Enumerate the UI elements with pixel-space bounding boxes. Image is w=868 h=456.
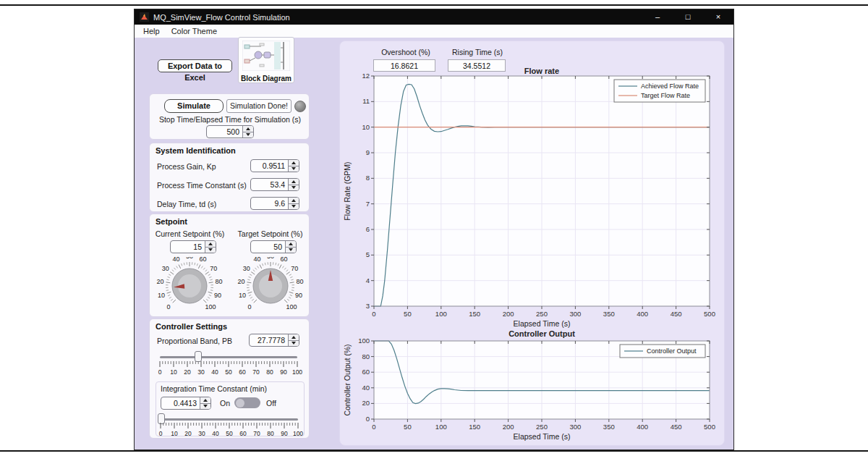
- minimize-button[interactable]: –: [642, 9, 673, 25]
- spinner-down-button[interactable]: [286, 248, 296, 253]
- proportional-band-value[interactable]: 27.7778: [250, 334, 288, 346]
- rising-time-label: Rising Time (s): [441, 48, 514, 56]
- process-gain-value[interactable]: 0.9511: [251, 160, 288, 172]
- current-setpoint-value[interactable]: 15: [171, 241, 205, 253]
- svg-text:Target Flow Rate: Target Flow Rate: [641, 92, 690, 99]
- stop-time-value[interactable]: 500: [207, 126, 242, 138]
- svg-text:0: 0: [366, 415, 370, 423]
- current-setpoint-knob[interactable]: 0102030405060708090100: [151, 257, 228, 316]
- svg-text:80: 80: [362, 352, 370, 360]
- app-window: MQ_SimView_Flow Control Simulation – □ ×…: [134, 9, 734, 450]
- title-bar: MQ_SimView_Flow Control Simulation – □ ×: [135, 9, 733, 25]
- svg-text:500: 500: [704, 423, 715, 431]
- spinner-down-button[interactable]: [200, 404, 210, 410]
- simulation-status-field[interactable]: Simulation Done!: [226, 99, 292, 113]
- svg-text:9: 9: [366, 148, 370, 156]
- svg-text:70: 70: [253, 430, 260, 437]
- maximize-button[interactable]: □: [673, 9, 703, 25]
- svg-text:0: 0: [372, 423, 375, 431]
- svg-text:350: 350: [603, 423, 615, 431]
- setpoint-panel: Setpoint Current Setpoint (%) Target Set…: [149, 214, 310, 317]
- spinner-up-button[interactable]: [286, 241, 296, 248]
- svg-text:70: 70: [210, 265, 217, 272]
- svg-text:100: 100: [286, 303, 297, 311]
- menu-help[interactable]: Help: [135, 27, 166, 35]
- svg-text:30: 30: [162, 265, 169, 272]
- spinner-up-button[interactable]: [205, 241, 216, 248]
- spinner-up-button[interactable]: [289, 160, 299, 166]
- svg-text:450: 450: [671, 423, 682, 431]
- spinner-up-button[interactable]: [289, 179, 299, 185]
- svg-text:90: 90: [295, 292, 302, 299]
- svg-text:400: 400: [637, 423, 648, 431]
- svg-text:4: 4: [366, 276, 370, 284]
- svg-text:20: 20: [237, 278, 244, 285]
- svg-text:200: 200: [503, 310, 514, 318]
- pb-slider-track[interactable]: [160, 356, 297, 358]
- svg-text:500: 500: [704, 310, 715, 318]
- controller-settings-panel: Controller Settings Proportional Band, P…: [149, 318, 310, 439]
- integration-slider-track[interactable]: [161, 418, 298, 421]
- svg-text:60: 60: [200, 257, 207, 263]
- svg-text:30: 30: [243, 265, 250, 272]
- svg-text:50: 50: [404, 310, 412, 318]
- export-data-button[interactable]: Export Data to Excel: [158, 59, 232, 72]
- svg-text:40: 40: [362, 384, 370, 392]
- matlab-icon: [140, 12, 149, 22]
- process-gain-label: Process Gain, Kp: [157, 162, 216, 171]
- app-content: Export Data to Excel Block Diagram: [135, 38, 733, 449]
- svg-text:8: 8: [366, 174, 370, 182]
- menu-color-theme[interactable]: Color Theme: [166, 27, 223, 35]
- svg-text:60: 60: [239, 430, 247, 437]
- simulate-panel: Simulate Simulation Done! Stop Time/Elap…: [149, 93, 310, 140]
- svg-text:40: 40: [172, 257, 179, 263]
- toggle-on-label: On: [220, 399, 230, 408]
- target-setpoint-knob[interactable]: 0102030405060708090100: [232, 257, 309, 316]
- toggle-knob: [236, 399, 244, 408]
- target-setpoint-value[interactable]: 50: [251, 241, 285, 253]
- integration-time-label: Integration Time Constant (min): [161, 384, 267, 393]
- delay-time-spinner: 9.6: [250, 197, 299, 210]
- spinner-up-button[interactable]: [289, 334, 299, 341]
- stop-time-spinner: 500: [206, 125, 254, 138]
- svg-text:0: 0: [372, 310, 375, 318]
- spinner-up-button[interactable]: [200, 397, 210, 404]
- svg-text:12: 12: [362, 72, 370, 80]
- block-diagram-button[interactable]: Block Diagram: [238, 37, 294, 83]
- svg-text:50: 50: [225, 368, 232, 376]
- system-identification-panel: System Identification Process Gain, Kp 0…: [149, 143, 310, 212]
- delay-time-value[interactable]: 9.6: [251, 198, 288, 209]
- svg-text:10: 10: [171, 430, 178, 437]
- svg-text:20: 20: [184, 430, 192, 437]
- controller-settings-title: Controller Settings: [150, 319, 309, 331]
- spinner-down-button[interactable]: [289, 341, 299, 347]
- window-title: MQ_SimView_Flow Control Simulation: [153, 13, 290, 22]
- spinner-up-button[interactable]: [289, 198, 299, 204]
- current-setpoint-spinner: 15: [170, 240, 216, 253]
- svg-text:60: 60: [239, 368, 246, 376]
- svg-text:20: 20: [184, 368, 191, 376]
- svg-text:7: 7: [366, 200, 370, 208]
- svg-text:100: 100: [292, 368, 302, 376]
- spinner-up-button[interactable]: [243, 126, 253, 132]
- svg-text:350: 350: [603, 310, 615, 318]
- close-button[interactable]: ×: [703, 9, 733, 25]
- integration-time-value[interactable]: 0.4413: [161, 397, 200, 409]
- svg-text:5: 5: [366, 250, 370, 258]
- process-time-constant-value[interactable]: 53.4: [251, 179, 288, 190]
- toggle-off-label: Off: [266, 399, 276, 408]
- spinner-down-button[interactable]: [243, 132, 253, 138]
- spinner-down-button[interactable]: [289, 185, 299, 191]
- svg-text:Elapsed Time (s): Elapsed Time (s): [514, 319, 571, 328]
- integration-toggle-switch[interactable]: [234, 397, 260, 408]
- simulate-button[interactable]: Simulate: [164, 99, 224, 113]
- spinner-down-button[interactable]: [205, 248, 216, 253]
- svg-text:80: 80: [266, 368, 273, 376]
- svg-text:Flow rate: Flow rate: [524, 67, 559, 75]
- stop-time-label: Stop Time/Elapsed Time for Simulation (s…: [150, 115, 310, 124]
- spinner-down-button[interactable]: [289, 166, 299, 172]
- svg-text:30: 30: [197, 368, 205, 376]
- svg-text:70: 70: [291, 265, 298, 272]
- process-time-constant-label: Process Time Constant (s): [157, 181, 247, 190]
- spinner-down-button[interactable]: [289, 204, 299, 210]
